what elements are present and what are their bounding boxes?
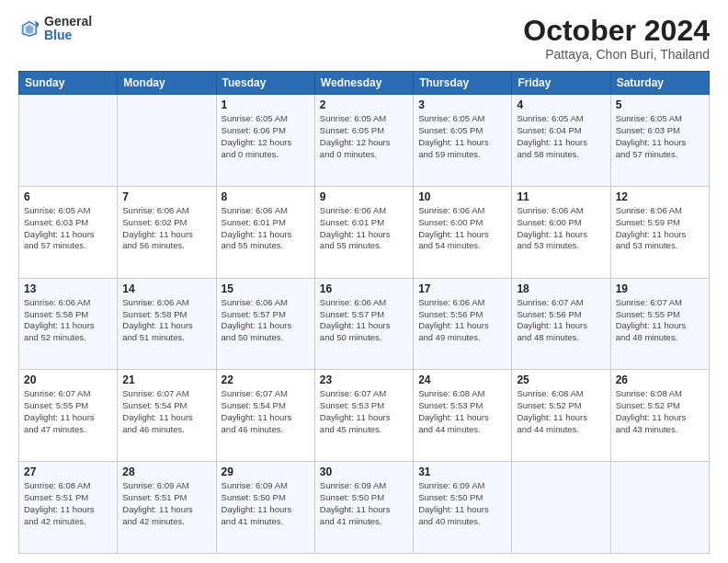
day-number: 15: [222, 282, 310, 295]
day-info: Sunrise: 6:05 AM Sunset: 6:03 PM Dayligh…: [24, 205, 112, 252]
day-info: Sunrise: 6:08 AM Sunset: 5:52 PM Dayligh…: [517, 388, 605, 435]
day-info: Sunrise: 6:07 AM Sunset: 5:55 PM Dayligh…: [616, 297, 704, 344]
day-cell-5-7: [610, 462, 709, 554]
day-cell-1-1: [19, 95, 118, 187]
title-block: October 2024 Pattaya, Chon Buri, Thailan…: [523, 15, 710, 62]
col-tuesday: Tuesday: [216, 72, 314, 95]
day-cell-4-6: 25Sunrise: 6:08 AM Sunset: 5:52 PM Dayli…: [512, 370, 610, 462]
day-info: Sunrise: 6:07 AM Sunset: 5:54 PM Dayligh…: [222, 388, 310, 435]
day-number: 14: [122, 282, 210, 295]
day-info: Sunrise: 6:05 AM Sunset: 6:05 PM Dayligh…: [320, 113, 408, 160]
day-number: 20: [24, 373, 112, 386]
day-cell-2-5: 10Sunrise: 6:06 AM Sunset: 6:00 PM Dayli…: [414, 186, 512, 278]
day-cell-5-2: 28Sunrise: 6:09 AM Sunset: 5:51 PM Dayli…: [118, 462, 216, 554]
day-number: 23: [320, 373, 408, 386]
day-number: 1: [222, 98, 310, 111]
week-row-3: 13Sunrise: 6:06 AM Sunset: 5:58 PM Dayli…: [19, 278, 710, 370]
day-cell-4-7: 26Sunrise: 6:08 AM Sunset: 5:52 PM Dayli…: [610, 370, 709, 462]
calendar-header-row: Sunday Monday Tuesday Wednesday Thursday…: [19, 72, 710, 95]
day-cell-2-3: 8Sunrise: 6:06 AM Sunset: 6:01 PM Daylig…: [216, 186, 314, 278]
col-saturday: Saturday: [610, 72, 709, 95]
day-number: 10: [418, 190, 506, 203]
week-row-2: 6Sunrise: 6:05 AM Sunset: 6:03 PM Daylig…: [19, 186, 710, 278]
day-cell-2-6: 11Sunrise: 6:06 AM Sunset: 6:00 PM Dayli…: [512, 186, 610, 278]
day-number: 17: [418, 282, 506, 295]
day-cell-2-4: 9Sunrise: 6:06 AM Sunset: 6:01 PM Daylig…: [314, 186, 413, 278]
day-number: 2: [320, 98, 408, 111]
title-month: October 2024: [523, 15, 710, 47]
week-row-5: 27Sunrise: 6:08 AM Sunset: 5:51 PM Dayli…: [19, 462, 710, 554]
day-cell-3-3: 15Sunrise: 6:06 AM Sunset: 5:57 PM Dayli…: [216, 278, 314, 370]
col-friday: Friday: [512, 72, 610, 95]
day-cell-3-4: 16Sunrise: 6:06 AM Sunset: 5:57 PM Dayli…: [314, 278, 413, 370]
day-cell-1-6: 4Sunrise: 6:05 AM Sunset: 6:04 PM Daylig…: [512, 95, 610, 187]
day-info: Sunrise: 6:09 AM Sunset: 5:50 PM Dayligh…: [418, 480, 506, 527]
day-info: Sunrise: 6:07 AM Sunset: 5:55 PM Dayligh…: [24, 388, 112, 435]
day-info: Sunrise: 6:06 AM Sunset: 6:00 PM Dayligh…: [418, 205, 506, 252]
day-number: 26: [616, 373, 704, 386]
day-info: Sunrise: 6:07 AM Sunset: 5:54 PM Dayligh…: [122, 388, 210, 435]
day-cell-4-2: 21Sunrise: 6:07 AM Sunset: 5:54 PM Dayli…: [118, 370, 216, 462]
day-cell-1-3: 1Sunrise: 6:05 AM Sunset: 6:06 PM Daylig…: [216, 95, 314, 187]
day-info: Sunrise: 6:06 AM Sunset: 6:00 PM Dayligh…: [517, 205, 605, 252]
day-number: 16: [320, 282, 408, 295]
day-info: Sunrise: 6:05 AM Sunset: 6:05 PM Dayligh…: [418, 113, 506, 160]
day-info: Sunrise: 6:05 AM Sunset: 6:03 PM Dayligh…: [616, 113, 704, 160]
page: General Blue October 2024 Pattaya, Chon …: [0, 0, 728, 563]
day-number: 30: [320, 465, 408, 478]
day-cell-2-2: 7Sunrise: 6:06 AM Sunset: 6:02 PM Daylig…: [118, 186, 216, 278]
day-cell-2-7: 12Sunrise: 6:06 AM Sunset: 5:59 PM Dayli…: [610, 186, 709, 278]
day-number: 13: [24, 282, 112, 295]
logo: General Blue: [18, 15, 92, 43]
day-info: Sunrise: 6:06 AM Sunset: 6:01 PM Dayligh…: [320, 205, 408, 252]
day-cell-3-2: 14Sunrise: 6:06 AM Sunset: 5:58 PM Dayli…: [118, 278, 216, 370]
day-cell-3-6: 18Sunrise: 6:07 AM Sunset: 5:56 PM Dayli…: [512, 278, 610, 370]
day-number: 8: [222, 190, 310, 203]
day-cell-3-7: 19Sunrise: 6:07 AM Sunset: 5:55 PM Dayli…: [610, 278, 709, 370]
day-info: Sunrise: 6:06 AM Sunset: 6:01 PM Dayligh…: [222, 205, 310, 252]
day-number: 21: [122, 373, 210, 386]
day-number: 5: [616, 98, 704, 111]
col-sunday: Sunday: [19, 72, 118, 95]
day-info: Sunrise: 6:06 AM Sunset: 5:58 PM Dayligh…: [122, 297, 210, 344]
day-cell-4-4: 23Sunrise: 6:07 AM Sunset: 5:53 PM Dayli…: [314, 370, 413, 462]
day-info: Sunrise: 6:06 AM Sunset: 5:59 PM Dayligh…: [616, 205, 704, 252]
day-info: Sunrise: 6:08 AM Sunset: 5:51 PM Dayligh…: [24, 480, 112, 527]
day-number: 29: [222, 465, 310, 478]
day-cell-5-5: 31Sunrise: 6:09 AM Sunset: 5:50 PM Dayli…: [414, 462, 512, 554]
day-info: Sunrise: 6:07 AM Sunset: 5:53 PM Dayligh…: [320, 388, 408, 435]
day-cell-2-1: 6Sunrise: 6:05 AM Sunset: 6:03 PM Daylig…: [19, 186, 118, 278]
day-cell-4-3: 22Sunrise: 6:07 AM Sunset: 5:54 PM Dayli…: [216, 370, 314, 462]
day-cell-4-1: 20Sunrise: 6:07 AM Sunset: 5:55 PM Dayli…: [19, 370, 118, 462]
day-cell-1-5: 3Sunrise: 6:05 AM Sunset: 6:05 PM Daylig…: [414, 95, 512, 187]
day-number: 27: [24, 465, 112, 478]
day-cell-3-5: 17Sunrise: 6:06 AM Sunset: 5:56 PM Dayli…: [414, 278, 512, 370]
day-number: 22: [222, 373, 310, 386]
col-wednesday: Wednesday: [314, 72, 413, 95]
day-number: 12: [616, 190, 704, 203]
day-info: Sunrise: 6:07 AM Sunset: 5:56 PM Dayligh…: [517, 297, 605, 344]
day-info: Sunrise: 6:09 AM Sunset: 5:51 PM Dayligh…: [122, 480, 210, 527]
day-number: 24: [418, 373, 506, 386]
day-info: Sunrise: 6:05 AM Sunset: 6:06 PM Dayligh…: [222, 113, 310, 160]
header: General Blue October 2024 Pattaya, Chon …: [18, 15, 710, 62]
week-row-4: 20Sunrise: 6:07 AM Sunset: 5:55 PM Dayli…: [19, 370, 710, 462]
day-info: Sunrise: 6:08 AM Sunset: 5:52 PM Dayligh…: [616, 388, 704, 435]
day-cell-1-4: 2Sunrise: 6:05 AM Sunset: 6:05 PM Daylig…: [314, 95, 413, 187]
day-number: 7: [122, 190, 210, 203]
day-number: 31: [418, 465, 506, 478]
day-number: 3: [418, 98, 506, 111]
col-monday: Monday: [118, 72, 216, 95]
day-number: 18: [517, 282, 605, 295]
day-cell-3-1: 13Sunrise: 6:06 AM Sunset: 5:58 PM Dayli…: [19, 278, 118, 370]
day-cell-5-3: 29Sunrise: 6:09 AM Sunset: 5:50 PM Dayli…: [216, 462, 314, 554]
day-cell-5-4: 30Sunrise: 6:09 AM Sunset: 5:50 PM Dayli…: [314, 462, 413, 554]
day-info: Sunrise: 6:06 AM Sunset: 5:57 PM Dayligh…: [222, 297, 310, 344]
day-cell-1-2: [118, 95, 216, 187]
day-number: 28: [122, 465, 210, 478]
title-location: Pattaya, Chon Buri, Thailand: [523, 47, 710, 62]
day-info: Sunrise: 6:09 AM Sunset: 5:50 PM Dayligh…: [222, 480, 310, 527]
day-number: 19: [616, 282, 704, 295]
day-number: 11: [517, 190, 605, 203]
calendar-table: Sunday Monday Tuesday Wednesday Thursday…: [18, 71, 710, 554]
